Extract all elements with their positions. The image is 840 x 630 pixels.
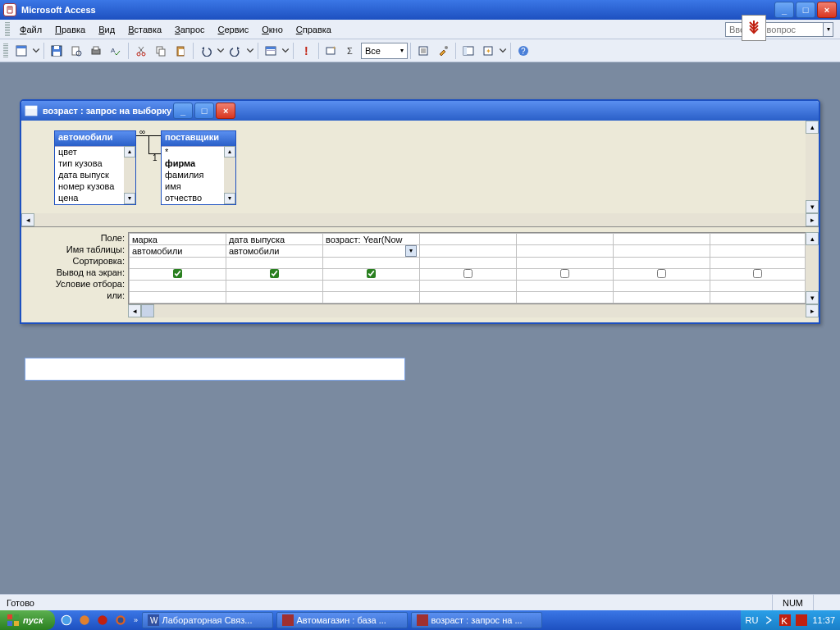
grid-cell-show[interactable] (130, 269, 226, 281)
field-item[interactable]: дата выпуск (55, 170, 124, 181)
grid-cell[interactable]: автомобили (130, 245, 226, 258)
ql-ie-icon[interactable] (60, 614, 73, 627)
ql-app-icon[interactable] (96, 614, 109, 627)
query-window-close-button[interactable]: × (216, 103, 235, 119)
grid-cell[interactable] (614, 234, 710, 245)
menu-file[interactable]: Файл (13, 22, 48, 37)
database-window-button[interactable] (459, 42, 477, 60)
copy-button[interactable] (152, 42, 170, 60)
grid-cell[interactable] (710, 234, 806, 245)
grid-hscroll[interactable]: ◂▸ (128, 304, 819, 317)
help-search-dropdown-button[interactable]: ▾ (824, 22, 833, 37)
menu-query[interactable]: Запрос (168, 22, 211, 37)
field-item[interactable]: * (162, 147, 224, 158)
table-scrollbar[interactable]: ▴▾ (224, 146, 235, 204)
grid-cell[interactable]: дата выпуска (226, 234, 323, 245)
grid-cell[interactable] (226, 292, 323, 304)
field-item[interactable]: фирма (162, 158, 224, 170)
paste-button[interactable] (171, 42, 189, 60)
grid-cell-active[interactable]: ▾ (323, 245, 420, 258)
undo-button[interactable] (197, 42, 215, 60)
app-close-button[interactable]: × (817, 2, 837, 18)
tables-pane-hscroll[interactable]: ◂▸ (21, 213, 819, 226)
grid-cell[interactable] (420, 281, 517, 292)
show-checkbox[interactable] (367, 269, 376, 278)
grid-cell[interactable] (226, 258, 323, 269)
menu-view[interactable]: Вид (92, 22, 121, 37)
show-checkbox[interactable] (657, 269, 666, 278)
totals-button[interactable]: Σ (342, 42, 360, 60)
redo-dropdown-button[interactable] (246, 42, 254, 60)
new-object-dropdown-button[interactable] (499, 42, 507, 60)
tray-clock[interactable]: 11:37 (812, 615, 835, 625)
grid-cell[interactable] (614, 292, 710, 304)
undo-dropdown-button[interactable] (217, 42, 225, 60)
taskbar-task-word[interactable]: W Лабораторная Связ... (142, 612, 273, 628)
grid-cell[interactable] (323, 258, 420, 269)
app-maximize-button[interactable]: □ (796, 2, 815, 18)
grid-cell[interactable] (420, 245, 517, 258)
properties-button[interactable] (414, 42, 432, 60)
field-item[interactable]: цвет (55, 147, 124, 158)
grid-cell-show[interactable] (710, 269, 806, 281)
view-button[interactable] (12, 42, 30, 60)
grid-cell[interactable] (226, 281, 323, 292)
view-dropdown-button[interactable] (32, 42, 40, 60)
table-avtomobili[interactable]: автомобили цвет тип кузова дата выпуск н… (54, 130, 136, 205)
tables-pane-vscroll[interactable]: ▴▾ (806, 121, 819, 213)
grid-cell[interactable] (710, 281, 806, 292)
help-search-input[interactable] (725, 22, 824, 37)
query-window-titlebar[interactable]: возраст : запрос на выборку _ □ × (21, 101, 819, 121)
ql-firefox-icon[interactable] (114, 614, 127, 627)
help-button[interactable]: ? (514, 42, 532, 60)
query-window-minimize-button[interactable]: _ (173, 103, 193, 119)
app-minimize-button[interactable]: _ (774, 2, 794, 18)
run-button[interactable]: ! (297, 42, 315, 60)
show-checkbox[interactable] (753, 269, 762, 278)
tray-chevron-icon[interactable] (763, 614, 774, 626)
menu-insert[interactable]: Вставка (121, 22, 168, 37)
grid-cell[interactable] (710, 245, 806, 258)
grid-cell-show[interactable] (420, 269, 517, 281)
print-button[interactable] (87, 42, 105, 60)
query-grid[interactable]: марка дата выпуска возраст: Year(Now авт… (128, 232, 806, 304)
toolbar-grip[interactable] (3, 43, 8, 58)
grid-vscroll[interactable]: ▴▾ (806, 232, 819, 304)
show-checkbox[interactable] (173, 269, 182, 278)
taskbar-chevron-icon[interactable]: » (132, 616, 140, 624)
table-postavshiki[interactable]: поставщики * фирма фамилия имя отчество … (161, 130, 236, 205)
new-object-button[interactable]: ✦ (479, 42, 497, 60)
field-item[interactable]: цена (55, 193, 124, 204)
grid-cell[interactable] (323, 292, 420, 304)
grid-cell[interactable] (130, 258, 226, 269)
spelling-button[interactable]: A (107, 42, 125, 60)
field-item[interactable]: отчество (162, 193, 224, 204)
language-indicator[interactable]: RU (746, 615, 759, 625)
grid-cell[interactable] (517, 245, 614, 258)
grid-cell-show[interactable] (323, 269, 420, 281)
menu-help[interactable]: Справка (290, 22, 338, 37)
grid-cell[interactable] (420, 234, 517, 245)
print-preview-button[interactable] (67, 42, 85, 60)
grid-cell-show[interactable] (517, 269, 614, 281)
grid-cell[interactable] (517, 292, 614, 304)
redo-button[interactable] (226, 42, 244, 60)
top-values-combo[interactable]: Все▾ (361, 43, 408, 59)
cut-button[interactable] (132, 42, 150, 60)
grid-cell[interactable]: возраст: Year(Now (323, 234, 420, 245)
field-item[interactable]: номер кузова (55, 181, 124, 193)
table-avtomobili-header[interactable]: автомобили (55, 131, 135, 146)
start-button[interactable]: пуск (0, 610, 55, 630)
field-item[interactable]: имя (162, 181, 224, 193)
menu-window[interactable]: Окно (255, 22, 290, 37)
grid-cell[interactable] (614, 281, 710, 292)
taskbar-task-access-db[interactable]: Автомагазин : база ... (276, 612, 408, 628)
menubar-grip[interactable] (5, 22, 10, 37)
grid-cell[interactable] (517, 281, 614, 292)
grid-cell[interactable] (323, 281, 420, 292)
tables-pane[interactable]: автомобили цвет тип кузова дата выпуск н… (21, 121, 819, 227)
menu-edit[interactable]: Правка (48, 22, 92, 37)
grid-cell[interactable] (130, 292, 226, 304)
grid-cell[interactable]: марка (130, 234, 226, 245)
grid-cell[interactable]: автомобили (226, 245, 323, 258)
